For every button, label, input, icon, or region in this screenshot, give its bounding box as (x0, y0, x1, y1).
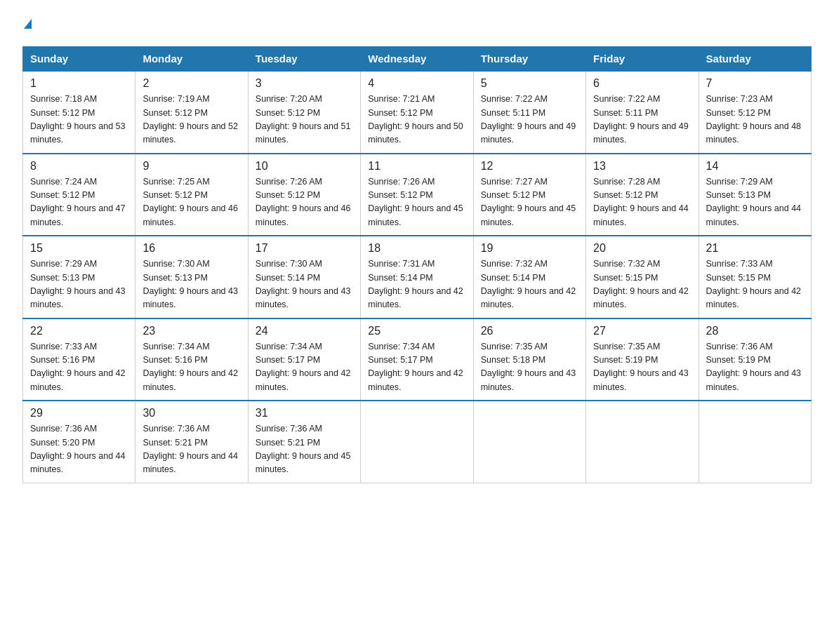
day-number: 30 (143, 407, 240, 420)
day-info: Sunrise: 7:34 AMSunset: 5:16 PMDaylight:… (143, 342, 238, 392)
day-info: Sunrise: 7:33 AMSunset: 5:15 PMDaylight:… (706, 259, 802, 309)
day-info: Sunrise: 7:32 AMSunset: 5:14 PMDaylight:… (481, 259, 576, 309)
day-info: Sunrise: 7:34 AMSunset: 5:17 PMDaylight:… (368, 342, 463, 392)
calendar-cell (586, 401, 699, 483)
day-info: Sunrise: 7:19 AMSunset: 5:12 PMDaylight:… (143, 94, 238, 145)
calendar-cell: 12 Sunrise: 7:27 AMSunset: 5:12 PMDaylig… (473, 154, 585, 236)
day-info: Sunrise: 7:22 AMSunset: 5:11 PMDaylight:… (593, 94, 689, 145)
calendar-cell: 17 Sunrise: 7:30 AMSunset: 5:14 PMDaylig… (248, 236, 360, 318)
day-info: Sunrise: 7:36 AMSunset: 5:21 PMDaylight:… (143, 424, 238, 474)
day-info: Sunrise: 7:32 AMSunset: 5:15 PMDaylight:… (593, 259, 689, 309)
day-info: Sunrise: 7:26 AMSunset: 5:12 PMDaylight:… (368, 177, 463, 227)
calendar-cell: 13 Sunrise: 7:28 AMSunset: 5:12 PMDaylig… (586, 154, 699, 236)
calendar-cell: 22 Sunrise: 7:33 AMSunset: 5:16 PMDaylig… (23, 318, 135, 401)
calendar-cell: 16 Sunrise: 7:30 AMSunset: 5:13 PMDaylig… (135, 236, 248, 318)
day-number: 11 (368, 160, 465, 173)
day-number: 25 (368, 325, 465, 337)
calendar-cell (361, 401, 473, 483)
calendar-cell: 1 Sunrise: 7:18 AMSunset: 5:12 PMDayligh… (23, 71, 135, 154)
calendar-cell: 11 Sunrise: 7:26 AMSunset: 5:12 PMDaylig… (361, 154, 473, 236)
calendar-cell: 5 Sunrise: 7:22 AMSunset: 5:11 PMDayligh… (473, 71, 585, 154)
day-info: Sunrise: 7:21 AMSunset: 5:12 PMDaylight:… (368, 94, 463, 145)
day-info: Sunrise: 7:22 AMSunset: 5:11 PMDaylight:… (481, 94, 576, 145)
weekday-header-sunday: Sunday (23, 47, 135, 72)
calendar-body: 1 Sunrise: 7:18 AMSunset: 5:12 PMDayligh… (23, 71, 812, 483)
calendar-table: SundayMondayTuesdayWednesdayThursdayFrid… (22, 46, 812, 483)
day-info: Sunrise: 7:18 AMSunset: 5:12 PMDaylight:… (30, 94, 126, 145)
calendar-week-row: 8 Sunrise: 7:24 AMSunset: 5:12 PMDayligh… (23, 154, 812, 236)
day-info: Sunrise: 7:36 AMSunset: 5:20 PMDaylight:… (30, 424, 126, 474)
day-info: Sunrise: 7:33 AMSunset: 5:16 PMDaylight:… (30, 342, 126, 392)
day-number: 31 (256, 407, 353, 420)
weekday-header-row: SundayMondayTuesdayWednesdayThursdayFrid… (23, 47, 812, 72)
calendar-cell: 18 Sunrise: 7:31 AMSunset: 5:14 PMDaylig… (361, 236, 473, 318)
day-info: Sunrise: 7:25 AMSunset: 5:12 PMDaylight:… (143, 177, 238, 227)
calendar-cell: 24 Sunrise: 7:34 AMSunset: 5:17 PMDaylig… (248, 318, 360, 401)
day-info: Sunrise: 7:36 AMSunset: 5:21 PMDaylight:… (256, 424, 351, 474)
calendar-week-row: 1 Sunrise: 7:18 AMSunset: 5:12 PMDayligh… (23, 71, 812, 154)
day-info: Sunrise: 7:29 AMSunset: 5:13 PMDaylight:… (30, 259, 126, 309)
day-info: Sunrise: 7:34 AMSunset: 5:17 PMDaylight:… (256, 342, 351, 392)
day-number: 19 (481, 242, 578, 255)
calendar-cell: 27 Sunrise: 7:35 AMSunset: 5:19 PMDaylig… (586, 318, 699, 401)
day-number: 10 (256, 160, 353, 173)
day-number: 4 (368, 77, 465, 90)
calendar-cell: 26 Sunrise: 7:35 AMSunset: 5:18 PMDaylig… (473, 318, 585, 401)
day-info: Sunrise: 7:20 AMSunset: 5:12 PMDaylight:… (256, 94, 351, 145)
day-info: Sunrise: 7:35 AMSunset: 5:18 PMDaylight:… (481, 342, 576, 392)
logo (22, 17, 32, 34)
day-number: 8 (30, 160, 128, 173)
page-header (22, 17, 812, 34)
calendar-cell: 19 Sunrise: 7:32 AMSunset: 5:14 PMDaylig… (473, 236, 585, 318)
day-info: Sunrise: 7:35 AMSunset: 5:19 PMDaylight:… (593, 342, 689, 392)
calendar-week-row: 29 Sunrise: 7:36 AMSunset: 5:20 PMDaylig… (23, 401, 812, 483)
calendar-cell: 10 Sunrise: 7:26 AMSunset: 5:12 PMDaylig… (248, 154, 360, 236)
calendar-cell: 30 Sunrise: 7:36 AMSunset: 5:21 PMDaylig… (135, 401, 248, 483)
day-number: 29 (30, 407, 128, 420)
day-number: 7 (706, 77, 804, 90)
calendar-cell: 6 Sunrise: 7:22 AMSunset: 5:11 PMDayligh… (586, 71, 699, 154)
calendar-cell: 14 Sunrise: 7:29 AMSunset: 5:13 PMDaylig… (699, 154, 811, 236)
day-info: Sunrise: 7:24 AMSunset: 5:12 PMDaylight:… (30, 177, 126, 227)
day-info: Sunrise: 7:30 AMSunset: 5:13 PMDaylight:… (143, 259, 238, 309)
logo-triangle-icon (24, 19, 32, 29)
day-number: 12 (481, 160, 578, 173)
day-info: Sunrise: 7:30 AMSunset: 5:14 PMDaylight:… (256, 259, 351, 309)
day-info: Sunrise: 7:36 AMSunset: 5:19 PMDaylight:… (706, 342, 802, 392)
calendar-cell: 15 Sunrise: 7:29 AMSunset: 5:13 PMDaylig… (23, 236, 135, 318)
day-number: 6 (593, 77, 691, 90)
calendar-cell: 25 Sunrise: 7:34 AMSunset: 5:17 PMDaylig… (361, 318, 473, 401)
calendar-cell: 2 Sunrise: 7:19 AMSunset: 5:12 PMDayligh… (135, 71, 248, 154)
day-number: 21 (706, 242, 804, 255)
day-number: 17 (256, 242, 353, 255)
day-number: 2 (143, 77, 240, 90)
weekday-header-wednesday: Wednesday (361, 47, 473, 72)
day-number: 14 (706, 160, 804, 173)
day-number: 1 (30, 77, 128, 90)
day-number: 18 (368, 242, 465, 255)
day-number: 15 (30, 242, 128, 255)
weekday-header-saturday: Saturday (699, 47, 811, 72)
day-number: 20 (593, 242, 691, 255)
calendar-cell: 31 Sunrise: 7:36 AMSunset: 5:21 PMDaylig… (248, 401, 360, 483)
day-info: Sunrise: 7:26 AMSunset: 5:12 PMDaylight:… (256, 177, 351, 227)
weekday-header-thursday: Thursday (473, 47, 585, 72)
calendar-week-row: 15 Sunrise: 7:29 AMSunset: 5:13 PMDaylig… (23, 236, 812, 318)
calendar-week-row: 22 Sunrise: 7:33 AMSunset: 5:16 PMDaylig… (23, 318, 812, 401)
day-info: Sunrise: 7:28 AMSunset: 5:12 PMDaylight:… (593, 177, 689, 227)
day-number: 27 (593, 325, 691, 337)
calendar-cell: 3 Sunrise: 7:20 AMSunset: 5:12 PMDayligh… (248, 71, 360, 154)
day-number: 28 (706, 325, 804, 337)
day-number: 22 (30, 325, 128, 337)
day-info: Sunrise: 7:23 AMSunset: 5:12 PMDaylight:… (706, 94, 802, 145)
calendar-cell (699, 401, 811, 483)
day-number: 26 (481, 325, 578, 337)
weekday-header-monday: Monday (135, 47, 248, 72)
weekday-header-tuesday: Tuesday (248, 47, 360, 72)
calendar-header: SundayMondayTuesdayWednesdayThursdayFrid… (23, 47, 812, 72)
calendar-cell: 29 Sunrise: 7:36 AMSunset: 5:20 PMDaylig… (23, 401, 135, 483)
calendar-cell: 28 Sunrise: 7:36 AMSunset: 5:19 PMDaylig… (699, 318, 811, 401)
day-info: Sunrise: 7:31 AMSunset: 5:14 PMDaylight:… (368, 259, 463, 309)
calendar-cell: 9 Sunrise: 7:25 AMSunset: 5:12 PMDayligh… (135, 154, 248, 236)
day-number: 23 (143, 325, 240, 337)
